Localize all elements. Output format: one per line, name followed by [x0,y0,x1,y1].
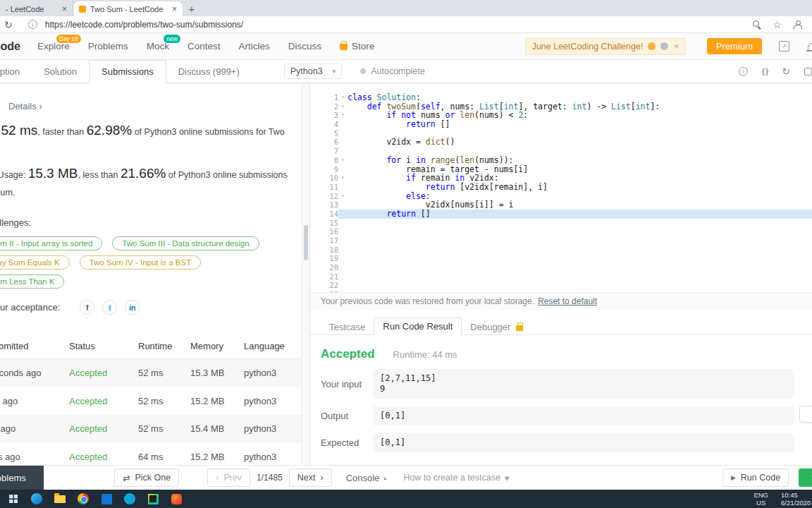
cell-status-link[interactable]: Accepted [63,423,133,434]
url-input[interactable]: https://leetcode.com/problems/two-sum/su… [45,20,243,30]
edge-icon[interactable] [29,492,44,505]
fold-chevron-icon[interactable]: ▾ [338,156,347,165]
fold-chevron-icon[interactable]: ▾ [338,111,347,120]
fold-chevron-icon[interactable]: ▾ [338,174,347,183]
caret-down-icon: ▾ [505,473,509,483]
submit-button[interactable]: Submit [799,468,812,487]
vscode-icon[interactable] [99,492,114,505]
fold-chevron-icon[interactable]: ▾ [338,192,347,201]
nav-item-problems[interactable]: Problems [88,41,128,52]
tab-submissions[interactable]: Submissions [89,60,166,83]
cell-status-link[interactable]: Accepted [63,452,133,462]
challenge-pill-two-sum-ii-input-array-is-sorted[interactable]: Two Sum II - Input array is sorted [0,236,102,250]
favorite-star-icon[interactable]: ☆ [773,20,782,30]
fold-chevron-icon[interactable]: ▾ [338,93,347,102]
pick-one-button[interactable]: ⇄ Pick One [114,468,179,487]
autocomplete-toggle[interactable]: Autocomplete [360,66,424,76]
code-editor[interactable]: 1▾class Solution:2▾ def twoSum(self, num… [310,83,812,292]
close-tab-icon[interactable]: × [172,5,177,13]
firefox-icon[interactable] [168,492,184,505]
code-line[interactable]: 20 [310,263,812,272]
tab-discuss-999[interactable]: Discuss (999+) [166,60,252,83]
refresh-icon[interactable]: ↻ [4,20,13,30]
fold-gutter [338,263,347,272]
cell-memory: 15.2 MB [185,396,238,406]
reset-code-icon[interactable]: ↻ [782,66,790,76]
code-line[interactable]: 6 v2idx = dict() [310,138,812,147]
language-select[interactable]: Python3 ▾ [284,64,342,79]
tab-solution[interactable]: Solution [32,60,89,83]
facebook-icon[interactable]: f [80,300,94,315]
code-line[interactable]: 14 return [] [310,210,812,219]
nav-item-articles[interactable]: Articles [239,41,270,52]
result-tab-testcase[interactable]: Testcase [321,319,374,335]
fold-gutter [338,236,347,246]
reset-to-default-link[interactable]: Reset to default [538,296,597,306]
pycharm-icon[interactable] [145,492,161,505]
nav-item-explore[interactable]: ExploreDay 19 [37,41,70,52]
info-icon[interactable]: i [739,67,748,76]
chrome-icon[interactable] [75,492,91,505]
column-header-status: Status [63,341,133,351]
code-line[interactable]: 4 return [] [310,120,812,129]
fold-chevron-icon[interactable]: ▾ [338,102,347,111]
twitter-icon[interactable]: t [102,300,117,315]
nav-item-mock[interactable]: Mocknew [147,41,169,52]
code-line[interactable]: 22 [310,281,812,290]
problems-list-button[interactable]: ≡ Problems [0,466,44,490]
premium-button[interactable]: Premium [707,38,762,54]
next-button[interactable]: Next › [289,468,332,487]
site-info-icon[interactable]: i [28,20,37,29]
pane-splitter[interactable] [302,83,310,465]
details-link[interactable]: Details › [8,101,302,111]
notifications-bell-icon[interactable] [808,43,812,50]
skype-icon[interactable] [122,492,137,505]
result-tab-debugger[interactable]: Debugger [462,319,531,335]
challenge-pill-subarray-sum-equals-k[interactable]: Subarray Sum Equals K [0,255,70,270]
result-tab-run-code-result[interactable]: Run Code Result [374,318,462,335]
taskbar-clock[interactable]: 10:45 6/21/2020 [781,491,812,507]
prev-button[interactable]: ‹ Prev [207,468,250,487]
scrollbar-thumb[interactable] [304,225,308,260]
challenge-banner[interactable]: June LeetCoding Challenge! × [525,38,686,55]
linkedin-icon[interactable]: in [125,300,140,315]
howto-testcase-link[interactable]: How to create a testcase ▾ [403,473,509,483]
run-code-button[interactable]: ▶ Run Code [722,468,789,487]
fold-gutter [338,147,347,156]
table-row: 2 months agoAccepted64 ms15.2 MBpython3 [0,443,302,466]
nav-item-contest[interactable]: Contest [187,41,221,52]
zoom-icon[interactable] [752,20,761,29]
close-tab-icon[interactable]: × [62,5,67,13]
code-line[interactable]: 16 [310,227,812,236]
code-line[interactable]: 19 [310,254,812,263]
cell-status-link[interactable]: Accepted [63,396,133,406]
line-number: 20 [310,263,338,272]
fullscreen-icon[interactable] [804,68,812,75]
profile-icon[interactable] [793,20,801,29]
tab-description[interactable]: Description [0,60,32,83]
code-line[interactable]: 21 [310,272,812,282]
code-line[interactable]: 17 [310,236,812,246]
code-line[interactable]: 18 [310,246,812,255]
banner-close-icon[interactable]: × [673,42,679,51]
nav-item-store[interactable]: Store [340,41,374,52]
challenge-pill-two-sum-iii-data-structure-design[interactable]: Two Sum III - Data structure design [112,236,259,250]
format-code-icon[interactable]: { } [762,67,768,75]
line-number: 19 [310,254,338,263]
start-button[interactable] [6,492,21,505]
new-tab-button[interactable]: + [183,1,201,16]
code-line[interactable]: 15 [310,219,812,228]
copy-icon[interactable] [799,406,812,423]
cell-status-link[interactable]: Accepted [63,368,133,378]
challenge-pill-two-sum-less-than-k[interactable]: Two Sum Less Than K [0,274,64,289]
nav-item-discuss[interactable]: Discuss [288,41,321,52]
console-toggle[interactable]: Console ▴ [346,473,387,483]
session-icon[interactable]: ↗ [779,41,789,52]
language-indicator[interactable]: ENG US [753,491,768,507]
browser-tab-2[interactable]: Two Sum - LeetCode × [73,1,183,16]
result-row-expected: Expected[0,1] [321,433,794,452]
browser-tab-1[interactable]: - LeetCode × [0,1,73,16]
challenge-pill-two-sum-iv-input-is-a-bst[interactable]: Two Sum IV - Input is a BST [80,255,201,270]
leetcode-logo[interactable]: LeetCode [0,40,20,53]
file-explorer-icon[interactable] [52,492,68,505]
